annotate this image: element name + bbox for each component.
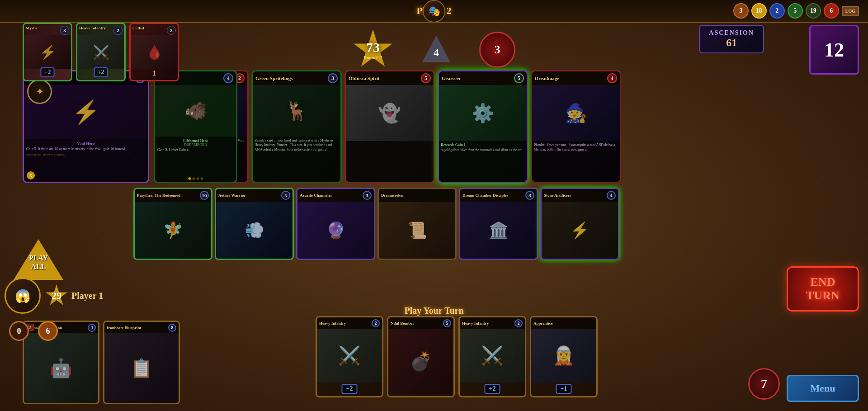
dot-1 (188, 177, 191, 180)
pasythea-art: 🧚 (135, 202, 211, 259)
dreadmage-text-area: Plunder - Once per turn, if you acquire … (532, 141, 620, 182)
player1-stats: 0 6 (9, 321, 58, 341)
end-turn-button[interactable]: END TURN (787, 266, 859, 312)
round-number: 73 (363, 40, 382, 55)
hand-card-apprentice[interactable]: Apprentice 🧝 +1 (530, 316, 598, 397)
card-stone-artificers[interactable]: Stone Artificers 4 ⚡ (540, 188, 619, 260)
ds-header: Dreamseeker (379, 189, 455, 202)
end-turn-line2: TURN (806, 289, 840, 302)
sa-name: Stone Artificers (544, 193, 571, 198)
hi2-cost: 2 (514, 319, 523, 327)
player1-avatar-icon: 😱 (15, 288, 31, 303)
ih-cost: 8 (168, 324, 176, 332)
gearseer-flavor: A gold golem taller than the mountains a… (441, 148, 525, 152)
p2-card-hi1-bonus: +2 (94, 67, 108, 77)
hand-card-area: Heavy Infantry 2 ⚔️ +2 Nihil Bomber 5 💣 … (203, 316, 710, 402)
p2-mask-icon: 🎭 (423, 0, 445, 23)
p2-card-cultist[interactable]: Cultist 2 🩸 1 (129, 23, 179, 81)
p2-card-cultist-name: Cultist (132, 26, 144, 30)
card-aether-warrior[interactable]: Aether Warrior 5 💨 (215, 188, 294, 260)
obfusca-text-area (346, 141, 434, 182)
player1-avatar: 😱 (5, 278, 41, 314)
top-bar: 🎭 Player 2 3 18 2 5 19 6 LOG (0, 0, 868, 23)
nihil-art: 💣 (388, 329, 453, 394)
dot-4 (200, 177, 203, 180)
card-azurite[interactable]: Azurite Channeler 3 🔮 (296, 188, 375, 260)
play-all-line2: ALL (29, 262, 48, 271)
compass: ✦ (27, 79, 54, 106)
card-dream-chamber[interactable]: Dream Chamber Disciples 3 🏛️ (459, 188, 538, 260)
wereboar-card[interactable]: Wereboar 4 🐗 Lifebound Hero DREAMBORN Ga… (154, 70, 237, 183)
p2-card-mystic-name: Mystic (26, 26, 38, 30)
top-stats: 3 18 2 5 19 6 LOG (733, 3, 859, 19)
hi1-bonus: +2 (342, 384, 358, 394)
dc-art: 🏛️ (460, 202, 537, 259)
stat-gold: 18 (751, 3, 767, 19)
ascension-logo: ASCENSION 61 (699, 25, 764, 53)
az-art: 🔮 (297, 202, 374, 259)
stat-skull: 3 (733, 3, 749, 19)
center-card-row: Nightmarauders 2 🗡️ Gain 2. ECHO: Gain 2… (158, 70, 863, 188)
pasythea-cost: 16 (200, 191, 209, 200)
p2-card-mystic[interactable]: Mystic 3 ⚡ +2 (23, 23, 72, 81)
ih-art: 📋 (104, 333, 179, 403)
wereboar-text: Gain 2. Unite: Gain 4. (157, 148, 234, 152)
ds-art: 📜 (379, 202, 455, 259)
player1-score: 29 (52, 290, 61, 302)
ih-name: Ironheart Blueprint (107, 326, 142, 330)
nihil-cost: 5 (443, 319, 451, 327)
skull-number: 3 (495, 43, 500, 57)
card-gearseer[interactable]: Gearseer 5 ⚙️ Reward: Gain 1. A gold gol… (438, 70, 528, 183)
aw-name: Aether Warrior (218, 193, 245, 198)
hi1-name: Heavy Infantry (319, 321, 346, 326)
player1-name: Player 1 (71, 291, 103, 301)
play-all-inner: PLAY ALL (14, 239, 63, 280)
nihil-name: Nihil Bomber (391, 321, 414, 326)
menu-button[interactable]: Menu (787, 375, 859, 402)
p2-card-mystic-art: ⚡ (24, 35, 71, 69)
ih-header: Ironheart Blueprint 8 (104, 322, 179, 333)
ascension-logo-area: ASCENSION 61 (699, 25, 764, 53)
obfusca-art: 👻 (346, 85, 434, 141)
p2-card-heavy-infantry-1[interactable]: Heavy Infantry 2 ⚔️ +2 (76, 23, 126, 81)
gs-text: Banish a card in your hand and replace i… (255, 138, 339, 151)
triangle-badge: 4 (420, 34, 452, 66)
sa-cost: 4 (607, 191, 616, 200)
bottom-right-score: 7 (748, 368, 780, 400)
round-label: Round 12 (363, 55, 382, 60)
gs-text-area: Banish a card in your hand and replace i… (253, 137, 340, 182)
card-obfusca[interactable]: Obfusca Spirit 5 👻 (344, 70, 435, 183)
stat-extra: 19 (806, 3, 821, 19)
triangle-number: 4 (434, 47, 439, 59)
card-green-spritelings[interactable]: Green Spritelings 3 🦌 Banish a card in y… (251, 70, 342, 183)
az-header: Azurite Channeler 3 (297, 189, 374, 202)
aw-art: 💨 (216, 202, 292, 259)
card-ironheart[interactable]: Ironheart Blueprint 8 📋 (103, 321, 180, 404)
pasythea-header: Pasythea, The Redeemed 16 (135, 189, 211, 202)
emri-power: 5 (27, 171, 35, 180)
wereboar-text-area: Lifebound Hero DREAMBORN Gain 2. Unite: … (155, 137, 236, 182)
apprentice-header: Apprentice (531, 317, 596, 329)
wereboar-art: 🐗 (155, 85, 236, 137)
play-all-line1: PLAY (29, 254, 48, 262)
dreadmage-text: Plunder - Once per turn, if you acquire … (534, 143, 618, 152)
hand-card-hi1[interactable]: Heavy Infantry 2 ⚔️ +2 (316, 316, 383, 397)
em-art: 🤖 (24, 333, 98, 403)
end-turn-line1: END (806, 275, 840, 289)
menu-label: Menu (811, 383, 835, 394)
player1-score-area: 29 Player 1 (45, 284, 103, 307)
p2-card-cultist-art: 🩸 (131, 35, 178, 69)
play-all-button[interactable]: PLAY ALL (14, 239, 63, 280)
log-button[interactable]: LOG (842, 6, 859, 16)
hand-card-nihil[interactable]: Nihil Bomber 5 💣 (387, 316, 455, 397)
gearseer-text: Reward: Gain 1. (441, 143, 525, 147)
bottom-score-num: 7 (761, 377, 767, 391)
az-name: Azurite Channeler (300, 193, 332, 198)
card-pasythea[interactable]: Pasythea, The Redeemed 16 🧚 (133, 188, 212, 260)
card-dreadmage[interactable]: Dreadmage 4 🧙 Plunder - Once per turn, i… (531, 70, 621, 183)
apprentice-bonus: +1 (556, 384, 572, 394)
p2-card-mystic-bonus: +2 (41, 67, 55, 77)
stat-red: 6 (824, 3, 839, 19)
hand-card-hi2[interactable]: Heavy Infantry 2 ⚔️ +2 (458, 316, 526, 397)
card-dreamseeker[interactable]: Dreamseeker 📜 (377, 188, 457, 260)
